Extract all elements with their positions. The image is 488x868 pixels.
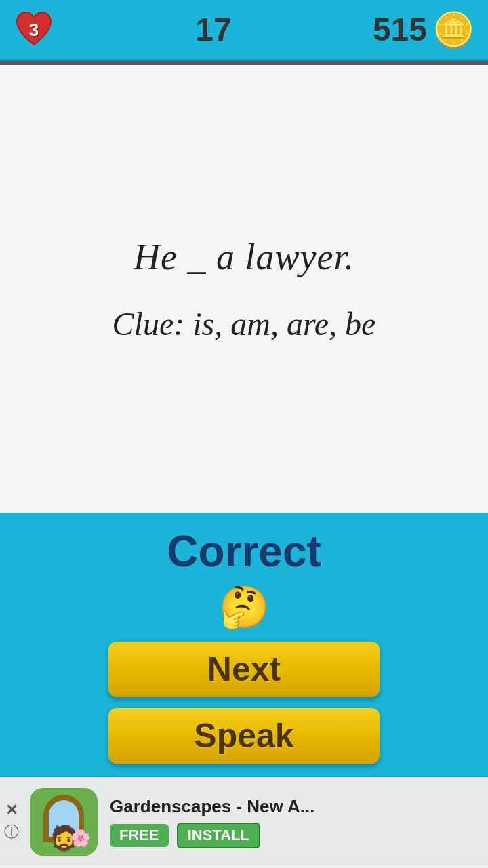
lives-display: 3	[14, 9, 54, 50]
flower-icon: 🌸	[70, 829, 91, 848]
result-panel: Correct 🤔 Next Speak	[0, 513, 488, 777]
ad-free-badge: FREE	[110, 824, 169, 847]
coins-count: 515	[373, 11, 427, 48]
gardenscapes-icon: 🧔 🌸	[30, 788, 98, 856]
result-emoji: 🤔	[219, 587, 270, 628]
question-sentence: He _ a lawyer.	[134, 236, 354, 278]
question-area: He _ a lawyer. Clue: is, am, are, be	[0, 65, 488, 513]
ad-close-button[interactable]: ✕	[5, 802, 18, 819]
ad-badges: FREE INSTALL	[110, 823, 483, 848]
ad-title: Gardenscapes - New A...	[110, 796, 483, 817]
ad-info-button[interactable]: ⓘ	[4, 822, 19, 842]
lives-count: 3	[29, 19, 39, 40]
ad-text-area: Gardenscapes - New A... FREE INSTALL	[104, 791, 488, 854]
result-status-label: Correct	[167, 526, 321, 576]
next-button[interactable]: Next	[108, 642, 380, 697]
speak-button[interactable]: Speak	[108, 708, 380, 764]
ad-game-icon: 🧔 🌸	[30, 788, 98, 856]
game-header: 3 17 515 🪙	[0, 0, 488, 61]
ad-banner: ✕ ⓘ 🧔 🌸 Gardenscapes - New A... FREE INS…	[0, 777, 488, 865]
ad-close-area: ✕ ⓘ	[0, 796, 23, 848]
level-display: 17	[195, 11, 231, 48]
coins-display: 515 🪙	[373, 10, 474, 50]
clue-text: Clue: is, am, are, be	[113, 305, 376, 342]
heart-container: 3	[14, 9, 54, 50]
ad-install-button[interactable]: INSTALL	[177, 823, 260, 848]
coin-icon: 🪙	[432, 10, 474, 50]
